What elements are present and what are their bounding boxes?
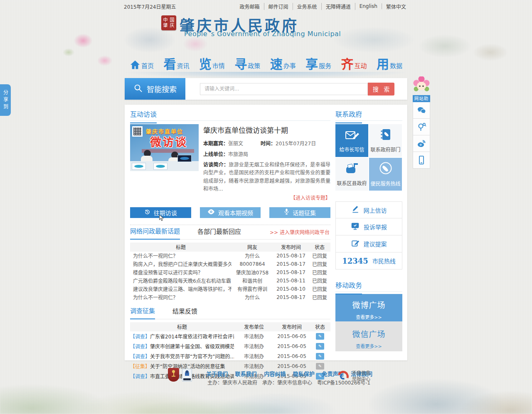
dotted-divider [130,225,330,225]
guest-label: 本期嘉宾： [203,141,228,147]
search-input[interactable] [200,83,368,95]
search-assistant-icon[interactable] [413,119,430,135]
report-center-icon [337,371,349,382]
nav-item-affairs[interactable]: 速 办事 [270,59,296,71]
nav-item-interaction[interactable]: 齐 互动 [341,59,367,71]
interview-title[interactable]: 肇庆市直单位微访谈第十期 [203,125,330,135]
cyber-police-badge[interactable] [182,369,192,382]
top-link-english[interactable]: English [355,3,382,9]
contact-section-title: 联系政府 [335,109,362,123]
assistant-label: 网站助手 [413,95,430,102]
unit-label: 上线单位： [203,152,228,157]
main-nav: 首页 看 资讯 览 市情 寻 政策 速 办事 享 服务 齐 互动 用 数据 [125,54,407,72]
topic-row: 为什么不一视同仁？ 为什么 2015-08-17 已回复 [130,252,330,260]
watch-video-button[interactable]: 观看本期视频 [200,207,261,218]
past-interviews-button[interactable]: 往期访谈 [130,207,191,218]
compose-icon [351,239,360,249]
survey-tabs: 调查征集 结果反馈 [130,308,330,319]
microphone-icon [284,208,289,216]
tab-latest-topics[interactable]: 网络问政最新话题 [130,226,180,240]
nav-item-services[interactable]: 享 服务 [305,59,331,71]
contact-departments-tile[interactable]: 联系政府部门 [369,124,402,157]
participate-icon[interactable]: ✎ [316,343,324,350]
top-link-mail-subscribe[interactable]: 邮件订阅 [264,3,293,10]
participate-icon[interactable]: ✎ [316,333,324,340]
topic-row: 建议改良肇庆建设三路、端州路等铁护栏，不要重复血... 有得震冇得训 2015-… [130,285,330,293]
top-links: 政务邮箱 邮件订阅 业务系统 无障碍通道 English 繁体中文 [236,3,406,10]
online-petition-link[interactable]: 网上信访 [335,201,402,218]
top-bar: 2015年7月24日星期五 政务邮箱 邮件订阅 业务系统 无障碍通道 Engli… [0,0,532,12]
topic-row: 楼盘没预售证可以进行买卖吗？ 肇庆加油0758 2015-08-17 已回复 [130,268,330,277]
topic-row: 广元路伯爵金殿路段每天晚6点左右机动车霸占人行道现... 和谐共创 2015-0… [130,277,330,285]
nav-item-news[interactable]: 看 资讯 [163,59,189,71]
footer: 关于我们 联系我们 内容纠错 隐私保护 免责声明 法律顾问 主办：肇庆市人民政府… [125,367,407,390]
interview-section-header: 互动访谈 [130,109,330,121]
nav-item-city[interactable]: 览 市情 [199,59,225,71]
mobile-section-header: 移动政务 [335,280,402,292]
search-icon [133,83,143,95]
site-seal-logo: 中 国 肇 庆 [161,15,176,30]
smart-search-button[interactable]: 智能搜索 [125,78,185,100]
wechat-plaza-tile[interactable]: 微信广场 查看更多>> [335,321,402,351]
service-links: 网上信访 投诉举报 建议提案 12345 市民热线 [335,201,402,269]
topic-collect-button[interactable]: 话题征集 [269,207,330,218]
main-content: 互动访谈 肇庆市直单位 微访谈 肇庆市直单位微访谈第十期 本期嘉宾：张丽文时间：… [125,105,407,360]
footer-link-privacy[interactable]: 隐私保护 [293,370,315,377]
participate-icon[interactable]: ✎ [316,353,324,360]
nav-item-policy[interactable]: 寻 政策 [234,59,260,71]
survey-row: 【调查】肇庆市创建第十届全国、省级双拥模范... 市法制办 2015-06-05… [130,341,330,351]
enter-interview-link[interactable]: 【进入访谈专题】 [203,194,330,201]
envelope-pen-icon [345,128,359,142]
footer-link-about[interactable]: 关于我们 [206,370,228,377]
home-icon [130,59,140,70]
mobile-section-title: 移动政务 [335,280,362,294]
wechat-more-link[interactable]: 查看更多>> [335,343,402,349]
interview-video-thumbnail[interactable]: 肇庆市直单位 微访谈 [130,124,199,171]
share-tab[interactable]: 分享到 [0,84,11,116]
phonebook-icon [379,128,392,142]
eye-icon [207,209,215,216]
nav-item-home[interactable]: 首页 [130,59,154,70]
interview-time: 2015年07月27日 [276,141,316,147]
nav-wave-decoration [125,72,407,78]
report-center[interactable]: 不良信息 举报中心 [337,370,370,383]
contact-districts-tile[interactable]: 联系区县政府 [335,158,368,191]
interview-buttons: 往期访谈 观看本期视频 话题征集 [130,207,330,218]
nav-item-data[interactable]: 用 数据 [377,59,402,71]
weibo-plaza-tile[interactable]: 微博广场 查看更多>> [335,294,402,321]
pencil-icon [351,205,360,215]
complaint-report-link[interactable]: 投诉举报 [335,218,402,235]
site-subtitle: People`s Government of Zhaoqing Municipa… [184,30,341,38]
mobile-icon[interactable] [413,152,430,169]
topic-row: 购房入户，我想把户口迁来肇庆大概需要多久？ 80007864 2015-08-1… [130,260,330,268]
top-link-traditional-chinese[interactable]: 繁体中文 [382,3,406,10]
survey-row: 【调查】关于我市党员干部“为官不为”问题的... 市法制办 2015-06-05… [130,351,330,361]
suggestion-proposal-link[interactable]: 建议提案 [335,235,402,252]
footer-link-contact[interactable]: 联系我们 [235,370,257,377]
guest-name: 张丽文 [228,141,243,147]
search-submit-button[interactable]: 搜 索 [368,83,394,96]
mailbox-icon [345,162,359,176]
top-link-business-system[interactable]: 业务系统 [293,3,322,10]
weibo-more-link[interactable]: 查看更多>> [335,314,402,320]
government-site-badge[interactable] [168,368,179,382]
write-to-mayor-tile[interactable]: 给市长写信 [335,124,368,157]
qr-code [132,126,143,137]
interview-unit: 市旅游局 [228,152,248,157]
time-label: 时间： [261,141,276,147]
survey-table-header: 标题 发布单位 发布时间 状态 [130,322,330,331]
footer-link-correction[interactable]: 内容纠错 [264,370,286,377]
topics-platform-link[interactable]: >> 进入肇庆网络问政平台 [270,228,330,235]
interview-section-title: 互动访谈 [130,109,157,123]
top-link-gov-mail[interactable]: 政务邮箱 [236,3,264,10]
tab-surveys[interactable]: 调查征集 [130,306,155,319]
phone-circle-icon [379,162,392,176]
tab-dept-responses[interactable]: 各部门最新回应 [197,227,241,239]
weibo-icon[interactable] [413,135,430,152]
hotline-number: 12345 [342,257,368,265]
tab-feedback[interactable]: 结果反馈 [172,306,197,319]
contact-section-header: 联系政府 [335,109,402,121]
service-hotline-tile[interactable]: 便民服务热线 [369,158,402,191]
top-link-accessibility[interactable]: 无障碍通道 [322,3,355,10]
citizen-hotline-link[interactable]: 12345 市民热线 [335,252,402,269]
